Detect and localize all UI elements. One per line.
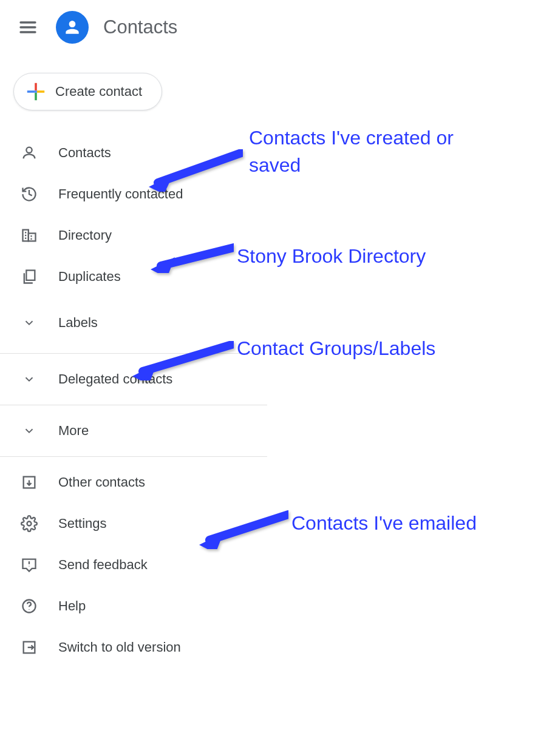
sidebar-label-frequently: Frequently contacted (58, 186, 183, 202)
history-icon (19, 184, 39, 204)
annotation-directory: Stony Brook Directory (237, 243, 426, 270)
help-icon (19, 596, 39, 616)
sidebar-item-frequently-contacted[interactable]: Frequently contacted (0, 174, 267, 215)
create-contact-button[interactable]: Create contact (13, 73, 162, 110)
sidebar-item-delegated[interactable]: Delegated contacts (0, 359, 267, 400)
svg-rect-3 (37, 90, 44, 93)
divider (0, 405, 267, 405)
sidebar-label-contacts: Contacts (58, 145, 111, 161)
sidebar-label-help: Help (58, 598, 86, 614)
sidebar-item-labels[interactable]: Labels (0, 302, 267, 343)
chevron-down-icon (19, 421, 39, 440)
sidebar-item-settings[interactable]: Settings (0, 503, 267, 544)
annotation-labels: Contact Groups/Labels (237, 335, 435, 362)
person-outline-icon (19, 143, 39, 163)
annotation-other: Contacts I've emailed (291, 510, 477, 537)
svg-rect-1 (35, 93, 37, 100)
sidebar-item-contacts[interactable]: Contacts (0, 132, 267, 174)
svg-point-5 (26, 147, 32, 153)
copy-icon (19, 267, 39, 286)
divider (0, 456, 267, 457)
sidebar-label-directory: Directory (58, 228, 112, 243)
sidebar-label-labels: Labels (58, 315, 98, 331)
sidebar-item-other-contacts[interactable]: Other contacts (0, 462, 267, 503)
divider (0, 353, 267, 354)
svg-point-15 (27, 522, 32, 526)
person-icon (63, 18, 82, 37)
sidebar-label-feedback: Send feedback (58, 557, 148, 573)
svg-rect-13 (26, 271, 35, 280)
exit-icon (19, 638, 39, 657)
sidebar-label-delegated: Delegated contacts (58, 371, 172, 387)
sidebar-item-directory[interactable]: Directory (0, 215, 267, 256)
app-logo (56, 11, 89, 44)
sidebar-item-duplicates[interactable]: Duplicates (0, 256, 267, 297)
app-title: Contacts (103, 16, 177, 38)
sidebar-label-other: Other contacts (58, 474, 145, 490)
svg-rect-7 (29, 234, 36, 241)
chevron-down-icon (19, 313, 39, 332)
sidebar-item-switch-old[interactable]: Switch to old version (0, 627, 267, 668)
archive-icon (19, 473, 39, 492)
create-contact-label: Create contact (55, 84, 142, 100)
svg-rect-4 (35, 90, 37, 93)
sidebar-label-duplicates: Duplicates (58, 269, 121, 285)
sidebar-label-settings: Settings (58, 516, 107, 532)
sidebar-item-more[interactable]: More (0, 410, 267, 451)
sidebar-item-feedback[interactable]: Send feedback (0, 544, 267, 586)
sidebar-menu: Contacts Frequently contacted Directory … (0, 132, 267, 668)
sidebar-label-switch: Switch to old version (58, 640, 181, 655)
feedback-icon (19, 555, 39, 575)
sidebar-label-more: More (58, 423, 89, 439)
svg-rect-2 (27, 90, 35, 93)
chevron-down-icon (19, 370, 39, 389)
app-header: Contacts (0, 0, 555, 55)
main-menu-button[interactable] (16, 15, 40, 39)
svg-rect-0 (35, 83, 37, 90)
domain-icon (19, 226, 39, 245)
plus-icon (26, 82, 46, 101)
annotation-contacts: Contacts I've created or saved (249, 124, 468, 179)
gear-icon (19, 514, 39, 533)
sidebar-item-help[interactable]: Help (0, 586, 267, 627)
hamburger-icon (18, 18, 38, 37)
